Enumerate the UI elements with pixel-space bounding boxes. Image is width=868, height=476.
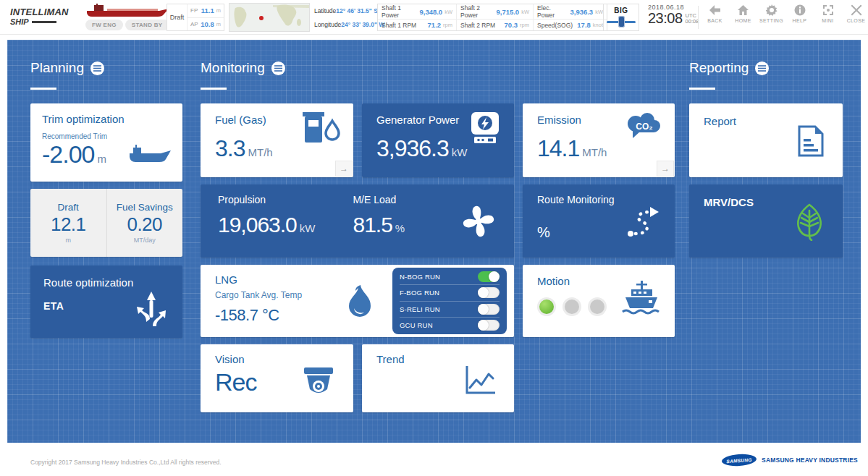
- me-load-title: M/E Load: [353, 194, 405, 205]
- draft-fp-row: FP 11.1 m: [187, 4, 224, 17]
- clock-panel: 2018.06.18 23:08 UTC 00:08: [648, 4, 699, 25]
- s-reli-toggle-knob: [478, 304, 489, 315]
- f-bog-row: F-BOG RUN: [400, 284, 500, 300]
- draft-half: Draft 12.1 m: [30, 189, 106, 257]
- mini-button[interactable]: MINI: [814, 4, 842, 23]
- samsung-logo: SAMSUNG: [722, 453, 757, 467]
- close-button[interactable]: CLOSE: [842, 4, 868, 23]
- big-slider[interactable]: [604, 16, 639, 27]
- big-mode-widget[interactable]: BIG: [603, 4, 639, 31]
- n-bog-row: N-BOG RUN: [400, 269, 500, 284]
- n-bog-toggle[interactable]: [478, 271, 500, 282]
- ship-silhouette-icon: [85, 4, 171, 18]
- brand-block: SAMSUNG SAMSUNG HEAVY INDUSTRIES: [722, 454, 858, 466]
- lng-card[interactable]: LNG Cargo Tank Avg. Temp -158.7 °C N-BOG…: [201, 265, 514, 337]
- utc-time-value: 00:08: [686, 19, 699, 25]
- emission-more-button[interactable]: →: [657, 161, 674, 177]
- emission-value: 14.1: [537, 136, 579, 161]
- trim-optimization-card[interactable]: Trim optimization Recommended Trim -2.00…: [30, 103, 182, 182]
- position-map[interactable]: [229, 3, 310, 32]
- co2-label: CO₂: [636, 122, 652, 132]
- fuel-more-button[interactable]: →: [335, 161, 353, 177]
- logo-line2: SHIP: [10, 17, 29, 26]
- trim-card-title: Trim optimization: [42, 113, 171, 125]
- speed-sog-cell: Speed(SOG) 17.8 knot: [534, 19, 607, 30]
- world-map-icon: [229, 4, 309, 31]
- route-monitoring-card[interactable]: Route Monitoring %: [523, 184, 675, 258]
- me-load-unit: %: [395, 222, 405, 234]
- draft-unit: m: [66, 237, 72, 244]
- elec-power-cell: Elec. Power 3,936.3 kW: [534, 4, 607, 19]
- telemetry-panel: Shaft 1 Power 9,348.0 kW Shaft 1 RPM 71.…: [377, 4, 607, 31]
- emission-card[interactable]: Emission CO₂ 14.1 MT/h →: [523, 103, 675, 177]
- mrv-dcs-card[interactable]: MRV/DCS: [689, 184, 843, 258]
- back-button[interactable]: BACK: [701, 4, 729, 23]
- trend-card-title: Trend: [376, 353, 500, 365]
- route-split-icon: [135, 290, 168, 328]
- longitude-label: Longitude: [314, 21, 341, 28]
- draft-ap-value: 10.8: [201, 20, 214, 28]
- draft-fp-value: 11.1: [201, 7, 214, 14]
- copyright-text: Copyright 2017 Samsung Heavy Industries …: [30, 459, 222, 466]
- reporting-menu-icon[interactable]: [755, 61, 769, 75]
- motion-indicator-gray-2: [588, 297, 607, 316]
- back-arrow-icon: [709, 4, 721, 16]
- trim-value: -2.00: [42, 142, 95, 166]
- setting-button[interactable]: SETTING: [757, 4, 785, 23]
- cargo-ship-icon: [127, 144, 172, 164]
- minimize-icon: [822, 4, 834, 16]
- fuel-savings-title: Fuel Savings: [117, 202, 173, 213]
- me-load-value: 81.5: [353, 213, 392, 237]
- home-button[interactable]: HOME: [729, 4, 757, 23]
- propulsion-unit: kW: [300, 222, 316, 234]
- report-document-icon: [798, 125, 824, 157]
- report-card[interactable]: Report: [689, 103, 843, 177]
- co2-cloud-icon: CO₂: [624, 112, 662, 141]
- fuel-pump-icon: [301, 112, 340, 144]
- fuel-savings-unit: MT/day: [134, 237, 156, 244]
- f-bog-toggle[interactable]: [478, 287, 500, 298]
- motion-card[interactable]: Motion: [523, 265, 675, 337]
- f-bog-label: F-BOG RUN: [400, 289, 439, 297]
- reporting-section-title: Reporting: [689, 60, 769, 76]
- trim-unit: m: [98, 153, 107, 165]
- motion-indicator-gray-1: [562, 297, 581, 316]
- latitude-row: Latitude 12° 46' 31.5" S: [314, 4, 376, 17]
- propulsion-card[interactable]: Propulsion 19,063.0 kW M/E Load 81.5 %: [201, 184, 514, 258]
- fuel-unit: MT/h: [248, 146, 272, 158]
- s-reli-label: S-RELI RUN: [400, 305, 440, 313]
- trend-card[interactable]: Trend: [362, 344, 514, 412]
- header-divider: [698, 6, 699, 29]
- shaft2-rpm-cell: Shaft 2 RPM 70.3 rpm: [457, 19, 533, 30]
- f-bog-toggle-knob: [478, 287, 489, 298]
- brand-text: SAMSUNG HEAVY INDUSTRIES: [762, 456, 858, 464]
- fuel-savings-half: Fuel Savings 0.20 MT/day: [106, 189, 183, 257]
- monitoring-menu-icon[interactable]: [271, 61, 285, 75]
- gcu-row: GCU RUN: [400, 317, 500, 333]
- reporting-title-text: Reporting: [689, 60, 749, 76]
- longitude-row: Longitude 24° 33' 39.0" W: [314, 17, 376, 31]
- generator-power-card[interactable]: Generator Power 3,936.3 kW: [362, 103, 514, 177]
- fuel-gas-card[interactable]: Fuel (Gas) 3.3 MT/h →: [201, 103, 353, 177]
- big-slider-knob[interactable]: [618, 16, 625, 27]
- vision-card[interactable]: Vision Rec: [201, 344, 353, 412]
- propeller-icon: [462, 205, 495, 238]
- route-path-icon: [625, 206, 660, 238]
- info-icon: [794, 4, 806, 16]
- motion-ship-icon: [621, 281, 662, 317]
- help-button[interactable]: HELP: [785, 4, 814, 23]
- draft-fuel-savings-card[interactable]: Draft 12.1 m Fuel Savings 0.20 MT/day: [30, 189, 182, 257]
- draft-fp-unit: m: [216, 7, 221, 14]
- route-opt-title: Route optimization: [43, 276, 169, 289]
- s-reli-toggle[interactable]: [478, 304, 500, 315]
- gcu-label: GCU RUN: [400, 321, 433, 329]
- s-reli-row: S-RELI RUN: [400, 301, 500, 317]
- fuel-savings-value: 0.20: [127, 213, 162, 236]
- route-optimization-card[interactable]: Route optimization ETA: [30, 265, 182, 338]
- status-stand-by-button[interactable]: STAND BY: [125, 20, 169, 30]
- generator-unit: kW: [452, 146, 468, 158]
- status-fw-eng-button[interactable]: FW ENG: [85, 20, 123, 30]
- draft-ap-row: AP 10.8 m: [187, 17, 224, 31]
- gcu-toggle[interactable]: [478, 320, 500, 331]
- planning-menu-icon[interactable]: [90, 61, 104, 75]
